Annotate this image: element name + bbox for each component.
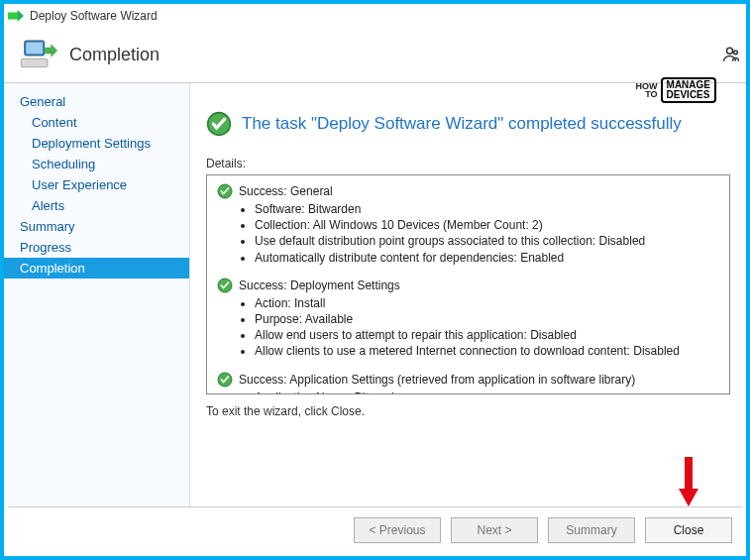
svg-point-5 [734,51,738,55]
watermark-text: TO [636,90,658,98]
computer-wizard-icon [18,36,57,75]
sidebar-item-progress[interactable]: Progress [4,237,189,258]
detail-group-title: Success: General [239,184,333,198]
wizard-sidebar: GeneralContentDeployment SettingsSchedul… [4,83,190,510]
svg-point-4 [727,48,733,54]
watermark: HOW TO MANAGE DEVICES [636,77,716,103]
svg-marker-3 [45,44,57,56]
detail-group-title: Success: Deployment Settings [239,279,400,292]
detail-item: Application Name: Bitwarden [255,390,719,395]
window-title: Deploy Software Wizard [30,9,158,23]
detail-item: Software: Bitwarden [255,201,719,217]
sidebar-item-deployment-settings[interactable]: Deployment Settings [4,133,189,154]
details-box[interactable]: Success: GeneralSoftware: BitwardenColle… [206,174,730,394]
wizard-arrow-icon [8,10,24,22]
previous-button: < Previous [354,517,441,543]
sidebar-item-summary[interactable]: Summary [4,216,189,237]
wizard-header: Completion [4,28,746,83]
success-check-icon [217,372,233,388]
details-label: Details: [206,157,730,170]
detail-item: Allow clients to use a metered Internet … [255,343,719,359]
watermark-text: DEVICES [667,90,710,100]
success-check-icon [206,111,232,137]
sidebar-item-content[interactable]: Content [4,112,189,133]
titlebar: Deploy Software Wizard [4,4,746,28]
close-button[interactable]: Close [645,517,732,543]
sidebar-item-general[interactable]: General [4,91,189,112]
page-title: Completion [69,45,160,65]
sidebar-item-user-experience[interactable]: User Experience [4,174,189,195]
success-check-icon [217,183,233,199]
detail-group: Success: Deployment SettingsAction: Inst… [217,278,719,360]
detail-item: Automatically distribute content for dep… [255,250,719,266]
svg-rect-2 [21,58,48,66]
detail-item: Action: Install [255,295,719,311]
completion-headline: The task "Deploy Software Wizard" comple… [242,114,682,134]
detail-item: Collection: All Windows 10 Devices (Memb… [255,217,719,233]
sidebar-item-alerts[interactable]: Alerts [4,195,189,216]
completion-status-row: The task "Deploy Software Wizard" comple… [206,111,730,137]
svg-rect-1 [26,42,43,54]
detail-group-title: Success: Application Settings (retrieved… [239,373,635,387]
detail-item: Use default distribution point groups as… [255,233,719,249]
detail-item: Allow end users to attempt to repair thi… [255,327,719,343]
sidebar-item-scheduling[interactable]: Scheduling [4,154,189,174]
detail-group: Success: GeneralSoftware: BitwardenColle… [217,183,719,266]
success-check-icon [217,278,233,293]
wizard-footer: < Previous Next > Summary Close [8,506,742,552]
exit-instruction: To exit the wizard, click Close. [206,404,730,418]
sidebar-item-completion[interactable]: Completion [4,258,189,279]
wizard-content: HOW TO MANAGE DEVICES The task "Deploy S… [190,83,746,510]
detail-item: Purpose: Available [255,311,719,327]
user-icon[interactable] [722,46,740,68]
next-button: Next > [451,517,538,543]
summary-button: Summary [548,517,635,543]
detail-group: Success: Application Settings (retrieved… [217,372,719,395]
